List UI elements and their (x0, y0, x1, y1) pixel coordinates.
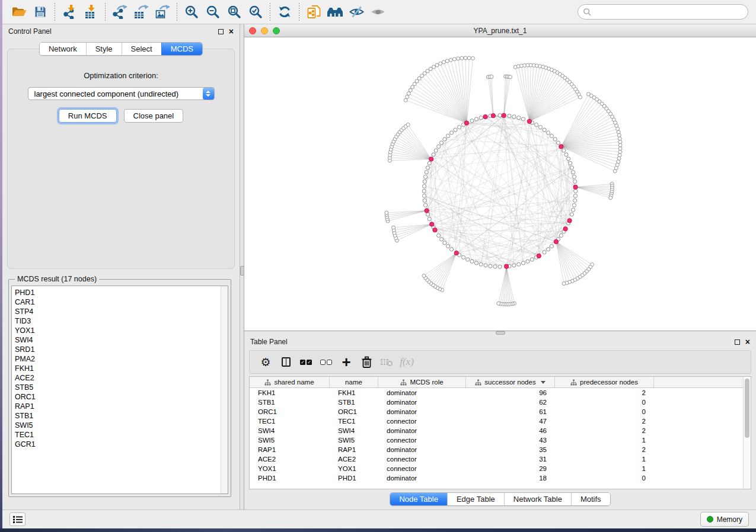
network-node[interactable] (564, 153, 568, 156)
add-column-button[interactable]: + (336, 352, 356, 371)
network-node[interactable] (556, 141, 560, 145)
network-node[interactable] (467, 56, 471, 60)
mcds-result-item[interactable]: TID3 (15, 316, 221, 326)
network-node[interactable] (618, 153, 621, 157)
network-node[interactable] (562, 149, 566, 152)
network-node[interactable] (498, 265, 502, 268)
zoom-out-button[interactable] (202, 2, 224, 22)
network-node[interactable] (573, 198, 577, 202)
table-row[interactable]: SWI4SWI4dominator462 (250, 426, 743, 435)
open-file-button[interactable] (8, 2, 30, 22)
network-node[interactable] (422, 274, 426, 277)
mcds-result-item[interactable]: STP4 (15, 307, 221, 316)
network-node[interactable] (454, 128, 457, 132)
mcds-result-item[interactable]: ORC1 (15, 392, 221, 402)
network-node[interactable] (437, 145, 441, 148)
network-node[interactable] (617, 130, 620, 134)
network-node[interactable] (550, 134, 553, 137)
network-node[interactable] (474, 117, 478, 121)
mcds-network-node[interactable] (429, 157, 433, 161)
network-node[interactable] (572, 203, 576, 207)
network-node[interactable] (428, 217, 431, 220)
mcds-network-node[interactable] (563, 227, 567, 231)
network-canvas[interactable] (244, 37, 756, 331)
mcds-result-item[interactable]: PHD1 (15, 288, 221, 297)
export-table-button[interactable] (130, 2, 152, 22)
mcds-result-item[interactable]: STB5 (15, 383, 221, 392)
network-node[interactable] (559, 233, 563, 237)
network-node[interactable] (490, 75, 493, 78)
network-node[interactable] (498, 114, 502, 117)
mcds-network-node[interactable] (454, 251, 458, 255)
table-settings-button[interactable]: ⚙ (256, 352, 276, 371)
network-node[interactable] (437, 233, 441, 237)
table-row[interactable]: RAP1RAP1dominator352 (250, 445, 743, 454)
tab-edge-table[interactable]: Edge Table (447, 493, 504, 505)
table-row[interactable]: YOX1YOX1connector291 (250, 464, 743, 473)
network-node[interactable] (526, 259, 529, 263)
network-node[interactable] (470, 259, 474, 263)
network-node[interactable] (422, 194, 426, 197)
delete-column-button[interactable] (356, 352, 377, 371)
mcds-result-item[interactable]: YOX1 (15, 326, 221, 335)
network-node[interactable] (423, 175, 427, 178)
mcds-network-node[interactable] (425, 209, 429, 213)
network-node[interactable] (517, 262, 521, 266)
network-node[interactable] (550, 245, 553, 248)
mcds-network-node[interactable] (537, 254, 541, 258)
network-node[interactable] (512, 264, 516, 267)
mcds-result-item[interactable]: CAR1 (15, 297, 221, 307)
table-row[interactable]: SWI5SWI5connector431 (250, 435, 743, 445)
hide-selected-button[interactable] (346, 2, 367, 22)
zoom-fit-button[interactable] (224, 2, 245, 22)
network-node[interactable] (442, 60, 445, 64)
horizontal-splitter[interactable] (244, 331, 756, 335)
float-panel-icon[interactable] (218, 29, 224, 34)
network-node[interactable] (422, 189, 426, 193)
mcds-result-item[interactable]: SWI4 (15, 335, 221, 345)
network-node[interactable] (466, 258, 470, 261)
network-node[interactable] (446, 245, 449, 248)
network-node[interactable] (572, 171, 575, 174)
network-node[interactable] (435, 63, 439, 67)
network-node[interactable] (439, 238, 443, 241)
network-node[interactable] (578, 95, 582, 99)
network-node[interactable] (573, 194, 577, 197)
network-node[interactable] (406, 123, 410, 127)
network-node[interactable] (609, 196, 613, 200)
deselect-all-rows-button[interactable] (316, 352, 336, 371)
network-node[interactable] (439, 141, 443, 145)
column-header-predecessor-nodes[interactable]: predecessor nodes (555, 377, 654, 387)
network-node[interactable] (457, 57, 460, 60)
network-node[interactable] (460, 56, 464, 60)
network-node[interactable] (618, 140, 622, 144)
float-panel-icon[interactable] (735, 339, 740, 345)
mcds-network-node[interactable] (483, 114, 487, 118)
network-node[interactable] (443, 241, 446, 245)
network-node[interactable] (439, 62, 442, 65)
network-node[interactable] (543, 251, 546, 254)
mcds-result-list[interactable]: PHD1CAR1STP4TID3YOX1SWI4SRD1PMA2FKH1ACE2… (11, 286, 228, 494)
network-node[interactable] (538, 126, 542, 129)
network-node[interactable] (553, 137, 557, 141)
network-node[interactable] (422, 184, 426, 188)
network-node[interactable] (546, 248, 550, 251)
tab-style[interactable]: Style (86, 43, 122, 55)
network-node[interactable] (572, 208, 575, 211)
network-node[interactable] (562, 282, 566, 286)
function-builder-button[interactable]: f(x) (397, 352, 417, 371)
mcds-network-node[interactable] (559, 145, 563, 149)
network-node[interactable] (432, 153, 435, 156)
network-node[interactable] (493, 265, 497, 268)
network-node[interactable] (613, 169, 617, 173)
mcds-network-node[interactable] (433, 228, 437, 232)
mcds-network-node[interactable] (554, 239, 558, 243)
tab-network[interactable]: Network (40, 43, 86, 55)
mcds-result-item[interactable]: SRD1 (15, 345, 221, 354)
network-node[interactable] (423, 180, 426, 183)
tab-motifs[interactable]: Motifs (571, 493, 610, 505)
network-node[interactable] (534, 123, 538, 126)
mcds-network-node[interactable] (429, 222, 433, 226)
tab-node-table[interactable]: Node Table (390, 493, 447, 505)
task-history-button[interactable] (9, 512, 25, 526)
